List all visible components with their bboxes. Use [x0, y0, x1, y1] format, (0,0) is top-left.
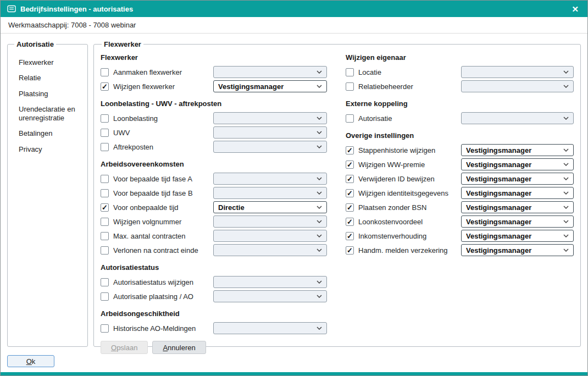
role-dropdown-loonkostenvoordeel[interactable]: Vestigingsmanager	[461, 215, 574, 228]
checkbox-relatiebeheerder[interactable]	[346, 82, 354, 91]
authorization-row: Verlonen na contract einde	[101, 243, 334, 257]
chevron-down-icon	[317, 145, 322, 148]
checkbox-wijzigen-volgnummer[interactable]	[101, 218, 109, 226]
role-dropdown-wijzigen-volgnummer[interactable]	[213, 215, 327, 228]
checkbox-label: Relatiebeheerder	[358, 82, 461, 91]
chevron-down-icon	[563, 70, 569, 74]
section: Wijzigen eigenaar Locatie Relatiebeheerd…	[346, 53, 574, 93]
window-icon	[7, 5, 16, 13]
dropdown-value: Vestigingsmanager	[466, 246, 561, 255]
authorization-row: Autorisatie	[346, 111, 574, 125]
chevron-down-icon	[563, 191, 569, 195]
role-dropdown-relatiebeheerder[interactable]	[461, 80, 574, 92]
sidebar-item-privacy[interactable]: Privacy	[13, 142, 82, 157]
ok-button[interactable]: Ok	[7, 355, 54, 367]
checkbox-voor-onbepaalde-tijd[interactable]	[101, 203, 109, 212]
checkbox-loonbelasting[interactable]	[101, 114, 109, 123]
role-dropdown-loonbelasting[interactable]	[213, 112, 327, 124]
checkbox-label: Historische AO-Meldingen	[113, 324, 213, 333]
checkbox-wijzigen-flexwerker[interactable]	[101, 82, 109, 91]
authorization-row: Aftrekposten	[101, 140, 334, 154]
checkbox-historische-ao-meldingen[interactable]	[101, 324, 109, 333]
role-dropdown-handm-melden-verzekering[interactable]: Vestigingsmanager	[461, 244, 574, 256]
authorization-sidebar: Autorisatie Flexwerker Relatie Plaatsing…	[7, 40, 88, 347]
checkbox-label: Aftrekposten	[113, 143, 213, 151]
authorization-row: Voor onbepaalde tijd Directie	[101, 200, 334, 214]
role-dropdown-wijzigen-flexwerker[interactable]: Vestigingsmanager	[213, 80, 327, 92]
checkbox-voor-bepaalde-tijd-fase-b[interactable]	[101, 189, 109, 197]
role-dropdown-stappenhistorie-wijzigen[interactable]: Vestigingsmanager	[461, 144, 574, 156]
dropdown-value: Vestigingsmanager	[466, 146, 561, 154]
role-dropdown-locatie[interactable]	[461, 66, 574, 78]
role-dropdown-aanmaken-flexwerker[interactable]	[213, 66, 327, 78]
role-dropdown-inkomstenverhouding[interactable]: Vestigingsmanager	[461, 230, 574, 242]
role-dropdown-uwv[interactable]	[213, 126, 327, 139]
checkbox-wijzigen-ww-premie[interactable]	[346, 161, 354, 169]
checkbox-handm-melden-verzekering[interactable]	[346, 246, 354, 255]
sidebar-item-plaatsing[interactable]: Plaatsing	[13, 86, 82, 102]
checkbox-aanmaken-flexwerker[interactable]	[101, 68, 109, 76]
flexwerker-panel: Flexwerker Flexwerker Aanmaken flexwerke…	[93, 40, 581, 347]
chevron-down-icon	[317, 117, 322, 120]
role-dropdown-max-aantal-contracten[interactable]	[213, 230, 327, 242]
checkbox-stappenhistorie-wijzigen[interactable]	[346, 146, 354, 154]
checkbox-voor-bepaalde-tijd-fase-a[interactable]	[101, 175, 109, 183]
sidebar-item-urendeclaratie-en-urenregistratie[interactable]: Urendeclaratie en urenregistratie	[13, 102, 82, 126]
authorization-row: Autorisatie plaatsing / AO	[101, 289, 334, 303]
close-icon[interactable]: ✕	[569, 4, 581, 14]
authorization-row: Loonkostenvoordeel Vestigingsmanager	[346, 214, 574, 229]
checkbox-aftrekposten[interactable]	[101, 143, 109, 151]
section-heading: Autorisatiestatus	[101, 263, 334, 272]
checkbox-autorisatiestatus-wijzigen[interactable]	[101, 278, 109, 286]
checkbox-label: Aanmaken flexwerker	[113, 68, 213, 76]
role-dropdown-plaatsen-zonder-bsn[interactable]: Vestigingsmanager	[461, 201, 574, 213]
sidebar-item-flexwerker[interactable]: Flexwerker	[13, 55, 82, 70]
authorization-row: Loonbelasting	[101, 111, 334, 125]
authorization-row: Wijzigen volgnummer	[101, 214, 334, 229]
role-dropdown-historische-ao-meldingen[interactable]	[213, 322, 327, 334]
checkbox-max-aantal-contracten[interactable]	[101, 232, 109, 240]
sidebar-nav: Flexwerker Relatie Plaatsing Urendeclara…	[13, 55, 82, 157]
dropdown-value: Vestigingsmanager	[466, 232, 561, 240]
role-dropdown-voor-bepaalde-tijd-fase-b[interactable]	[213, 187, 327, 199]
section-rows: Voor bepaalde tijd fase A Voor bepaalde …	[101, 172, 334, 257]
checkbox-autorisatie-plaatsing-ao[interactable]	[101, 292, 109, 301]
checkbox-wijzigen-identiteitsgegevens[interactable]	[346, 189, 354, 197]
authorization-row: Wijzigen identiteitsgegevens Vestigingsm…	[346, 186, 574, 200]
section-heading: Wijzigen eigenaar	[346, 53, 574, 62]
role-dropdown-voor-onbepaalde-tijd[interactable]: Directie	[213, 201, 327, 213]
role-dropdown-wijzigen-ww-premie[interactable]: Vestigingsmanager	[461, 158, 574, 170]
checkbox-autorisatie[interactable]	[346, 114, 354, 123]
checkbox-verwijderen-id-bewijzen[interactable]	[346, 175, 354, 183]
chevron-down-icon	[563, 220, 569, 223]
checkbox-inkomstenverhouding[interactable]	[346, 232, 354, 240]
role-dropdown-autorisatie[interactable]	[461, 112, 574, 124]
chevron-down-icon	[317, 327, 322, 330]
sidebar-item-betalingen[interactable]: Betalingen	[13, 126, 82, 141]
role-dropdown-voor-bepaalde-tijd-fase-a[interactable]	[213, 173, 327, 185]
section-rows: Aanmaken flexwerker Wijzigen flexwerker …	[101, 65, 334, 93]
section-heading: Flexwerker	[101, 53, 334, 62]
chevron-down-icon	[317, 206, 322, 209]
checkbox-label: Max. aantal contracten	[113, 232, 213, 240]
checkbox-locatie[interactable]	[346, 68, 354, 76]
role-dropdown-autorisatie-plaatsing-ao[interactable]	[213, 290, 327, 302]
company-bar: Werkmaatschappij: 7008 - 7008 webinar	[1, 17, 587, 34]
sidebar-item-relatie[interactable]: Relatie	[13, 70, 82, 86]
checkbox-plaatsen-zonder-bsn[interactable]	[346, 203, 354, 212]
checkbox-label: Loonkostenvoordeel	[358, 218, 461, 226]
titlebar: Bedrijfsinstellingen - autorisaties ✕	[1, 1, 587, 17]
role-dropdown-verwijderen-id-bewijzen[interactable]: Vestigingsmanager	[461, 173, 574, 185]
checkbox-loonkostenvoordeel[interactable]	[346, 218, 354, 226]
checkbox-uwv[interactable]	[101, 129, 109, 137]
checkbox-label: Autorisatie	[358, 114, 461, 123]
chevron-down-icon	[317, 248, 322, 252]
chevron-down-icon	[563, 117, 569, 120]
role-dropdown-aftrekposten[interactable]	[213, 141, 327, 153]
section: Overige instellingen Stappenhistorie wij…	[346, 131, 574, 257]
role-dropdown-autorisatiestatus-wijzigen[interactable]	[213, 276, 327, 288]
role-dropdown-verlonen-na-contract-einde[interactable]	[213, 244, 327, 256]
checkbox-verlonen-na-contract-einde[interactable]	[101, 246, 109, 255]
role-dropdown-wijzigen-identiteitsgegevens[interactable]: Vestigingsmanager	[461, 187, 574, 199]
section-heading: Arbeidsongeschiktheid	[101, 309, 334, 318]
